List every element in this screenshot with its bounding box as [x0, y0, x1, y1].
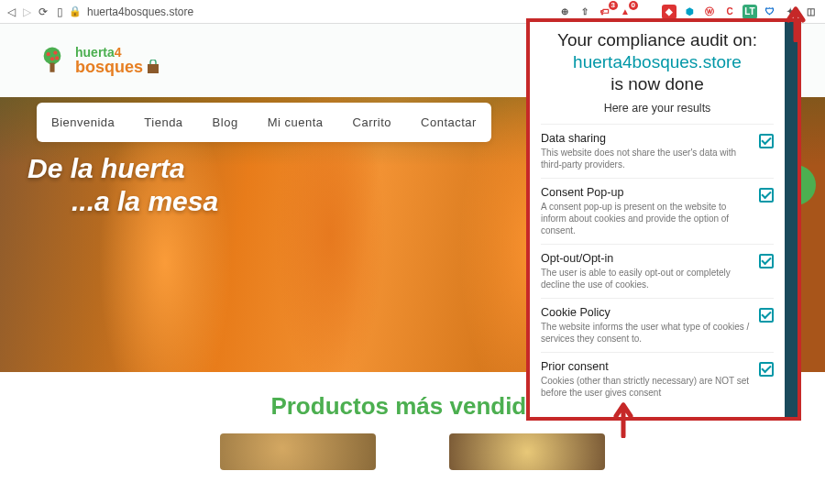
ext-icon-drop[interactable]: ⬢ — [682, 5, 697, 19]
svg-point-2 — [53, 50, 57, 54]
nav-bienvenida[interactable]: Bienvenida — [37, 112, 129, 133]
site-logo[interactable]: huerta4 bosques — [37, 45, 160, 76]
ext-icon-cookie[interactable]: 🛡 — [763, 5, 777, 19]
ext-icon-w[interactable]: ⓦ — [702, 5, 717, 19]
back-button[interactable]: ◁ — [7, 5, 16, 18]
nav-contactar[interactable]: Contactar — [406, 112, 491, 133]
logo-text: huerta4 bosques — [75, 46, 160, 75]
ext-icon-c[interactable]: C — [722, 5, 737, 19]
product-card-2[interactable] — [449, 433, 605, 470]
nav-carrito[interactable]: Carrito — [338, 112, 407, 133]
product-card-1[interactable] — [220, 433, 376, 470]
toolbar-right: ⊕ ⇧ 🏷 ▲ ◆ ⬢ ⓦ C LT 🛡 ✦ ◫ — [557, 5, 818, 19]
ext-icon-shield[interactable]: ◆ — [662, 5, 676, 19]
url-text: huerta4bosques.store — [87, 5, 193, 18]
audit-item-prior-consent: Prior consent Cookies (other than strict… — [541, 352, 774, 406]
svg-rect-5 — [50, 63, 54, 72]
annotation-arrow-bottom — [610, 401, 636, 438]
annotation-arrow-top — [783, 5, 808, 42]
audit-item-cookie-policy: Cookie Policy The website informs the us… — [541, 298, 774, 352]
address-bar[interactable]: ▯ 🔒 huerta4bosques.store — [57, 5, 548, 18]
ext-icon-lt[interactable]: LT — [742, 5, 757, 19]
bookmark-icon[interactable]: ▯ — [57, 5, 63, 18]
audit-item-data-sharing: Data sharing This website does not share… — [541, 124, 774, 178]
nav-tienda[interactable]: Tienda — [129, 112, 197, 133]
main-nav: Bienvenida Tienda Blog Mi cuenta Carrito… — [37, 103, 491, 142]
nav-blog[interactable]: Blog — [198, 112, 253, 133]
svg-rect-6 — [148, 64, 159, 73]
svg-point-1 — [47, 52, 50, 56]
popup-subtitle: Here are your results — [541, 102, 774, 115]
check-icon — [759, 188, 774, 203]
svg-point-4 — [55, 56, 59, 60]
popup-title: Your compliance audit on: huerta4bosques… — [541, 29, 774, 94]
check-icon — [759, 134, 774, 148]
lock-icon: 🔒 — [69, 5, 82, 17]
browser-nav: ◁ ▷ ⟳ — [7, 5, 48, 18]
share-icon[interactable]: ⇧ — [578, 5, 592, 19]
bag-icon — [146, 60, 160, 74]
reload-button[interactable]: ⟳ — [38, 5, 48, 18]
audit-item-consent-popup: Consent Pop-up A consent pop-up is prese… — [541, 178, 774, 244]
zoom-icon[interactable]: ⊕ — [557, 5, 572, 19]
check-icon — [759, 362, 774, 377]
ext-icon-2[interactable]: ▲ — [618, 5, 632, 19]
audit-item-opt-out: Opt-out/Opt-in The user is able to easil… — [541, 244, 774, 298]
check-icon — [759, 254, 774, 268]
ext-icon-1[interactable]: 🏷 — [598, 5, 612, 19]
tree-icon — [37, 45, 68, 76]
check-icon — [759, 308, 774, 323]
popup-domain: huerta4bosques.store — [573, 52, 742, 71]
svg-point-0 — [44, 48, 61, 65]
compliance-popup: Your compliance audit on: huerta4bosques… — [526, 18, 801, 421]
forward-button[interactable]: ▷ — [23, 5, 31, 18]
svg-point-3 — [50, 57, 54, 60]
hero-text: De la huerta ...a la mesa — [28, 152, 218, 218]
nav-mi-cuenta[interactable]: Mi cuenta — [253, 112, 338, 133]
